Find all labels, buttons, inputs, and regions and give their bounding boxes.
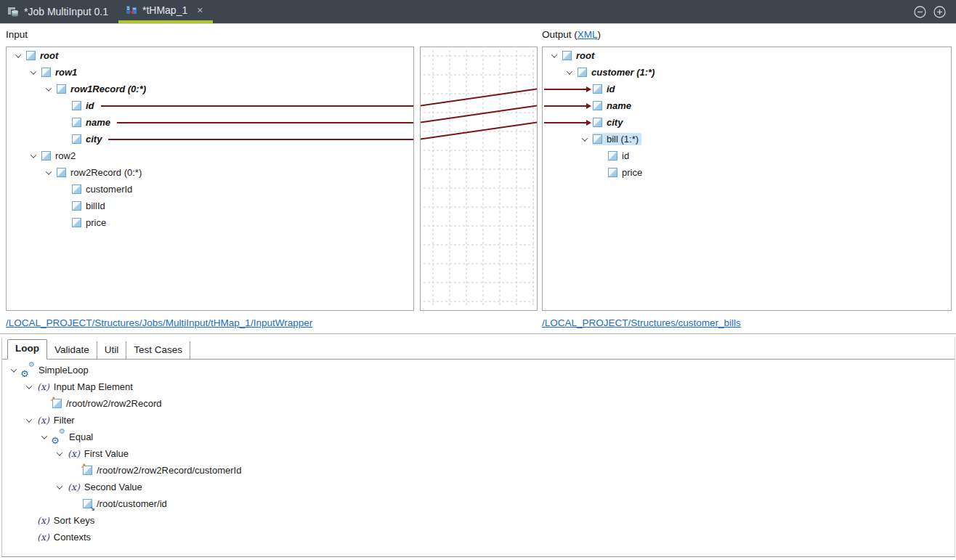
tree-item-label: price xyxy=(86,217,106,228)
element-icon xyxy=(57,84,66,94)
tree-item-label: name xyxy=(86,117,110,128)
expand-toggle[interactable] xyxy=(10,47,25,64)
function-icon: (x) xyxy=(37,415,49,426)
tree-item-price[interactable]: price xyxy=(7,214,413,231)
thmap-icon xyxy=(126,4,137,16)
tree-item-label: customer (1:*) xyxy=(591,67,655,78)
tree-item-first-value[interactable]: (x)First Value xyxy=(2,445,955,462)
tree-item-filter[interactable]: (x)Filter xyxy=(2,412,955,429)
chevron-down-icon xyxy=(10,366,16,372)
maximize-view-button[interactable] xyxy=(933,6,946,18)
toggle-spacer xyxy=(592,147,607,164)
element-icon: ↘ xyxy=(83,499,92,508)
tree-item-label: row2Record (0:*) xyxy=(70,167,142,178)
tree-item-second-value[interactable]: (x)Second Value xyxy=(2,479,955,495)
expand-toggle[interactable] xyxy=(6,362,21,378)
tree-item-row2record-0-[interactable]: row2Record (0:*) xyxy=(7,164,413,181)
chevron-down-icon xyxy=(56,483,62,489)
editor-tab-bar: *Job MultiInput 0.1 *tHMap_1 × xyxy=(0,0,956,24)
expand-toggle[interactable] xyxy=(41,164,56,181)
tab-validate[interactable]: Validate xyxy=(47,341,97,359)
tree-item-label: /root/customer/id xyxy=(97,498,167,509)
toggle-spacer xyxy=(21,529,36,545)
tree-item-name[interactable]: name xyxy=(543,97,951,114)
tree-item-label: city xyxy=(607,117,623,128)
element-icon xyxy=(72,134,81,144)
tree-item-simpleloop[interactable]: ⚙⚙SimpleLoop xyxy=(2,362,955,378)
mapping-line-segment xyxy=(117,122,413,123)
tree-item-root[interactable]: root xyxy=(7,47,413,64)
toggle-spacer xyxy=(36,395,52,412)
tree-item-root[interactable]: root xyxy=(543,47,951,64)
bottom-tab-strip: Loop Validate Util Test Cases xyxy=(2,338,955,360)
expand-toggle[interactable] xyxy=(52,479,67,495)
tree-item-name[interactable]: name xyxy=(7,114,413,131)
tree-item-price[interactable]: price xyxy=(543,164,951,181)
tree-item-customerid[interactable]: customerId xyxy=(7,181,413,198)
chevron-down-icon xyxy=(41,433,46,439)
mapping-connection-line xyxy=(421,89,537,106)
tree-item-label: Input Map Element xyxy=(54,381,133,392)
expand-toggle[interactable] xyxy=(21,378,36,395)
tree-item-label: row2 xyxy=(55,150,76,161)
tree-item-id[interactable]: id xyxy=(7,97,413,114)
close-icon[interactable]: × xyxy=(197,4,203,16)
tree-item-row1record-0-[interactable]: row1Record (0:*) xyxy=(7,81,413,97)
toggle-spacer xyxy=(21,512,36,529)
expand-toggle[interactable] xyxy=(546,47,562,64)
tree-item-sort-keys[interactable]: (x)Sort Keys xyxy=(2,512,955,529)
tree-item-label: price xyxy=(622,167,642,178)
tree-item-label: bill (1:*) xyxy=(607,134,639,145)
tree-item-customer-1-[interactable]: customer (1:*) xyxy=(543,64,951,81)
tree-item-label: SimpleLoop xyxy=(39,365,89,376)
toggle-spacer xyxy=(56,131,71,147)
tab-loop[interactable]: Loop xyxy=(7,339,47,360)
expand-toggle[interactable] xyxy=(25,147,41,164)
tree-item-city[interactable]: city xyxy=(543,114,951,131)
chevron-down-icon xyxy=(30,152,36,158)
loop-tree: ⚙⚙SimpleLoop(x)Input Map Element↗/root/r… xyxy=(2,360,955,545)
tree-item-city[interactable]: city xyxy=(7,131,413,147)
tree-item-input-map-element[interactable]: (x)Input Map Element xyxy=(2,378,955,395)
minimize-view-button[interactable] xyxy=(914,6,926,18)
tab-job-multiinput[interactable]: *Job MultiInput 0.1 xyxy=(0,0,118,23)
expand-toggle[interactable] xyxy=(21,412,36,429)
mapping-arrow xyxy=(544,89,587,90)
tree-item--root-row2-row2record-customerid[interactable]: ↗/root/row2/row2Record/customerId xyxy=(2,462,955,479)
element-icon xyxy=(41,151,51,161)
expand-toggle[interactable] xyxy=(52,445,67,462)
tree-item--root-row2-row2record[interactable]: ↗/root/row2/row2Record xyxy=(2,395,955,412)
tree-item-contexts[interactable]: (x)Contexts xyxy=(2,529,955,545)
tree-item-billid[interactable]: billId xyxy=(7,198,413,214)
tab-util[interactable]: Util xyxy=(97,341,127,359)
tree-item-row2[interactable]: row2 xyxy=(7,147,413,164)
expand-toggle[interactable] xyxy=(25,64,41,81)
element-icon xyxy=(72,218,81,227)
expand-toggle[interactable] xyxy=(577,131,592,147)
element-icon xyxy=(608,151,617,161)
splitter-sash[interactable] xyxy=(0,333,956,337)
mapping-connection-line xyxy=(421,106,537,123)
element-icon xyxy=(593,134,602,144)
element-icon xyxy=(26,51,36,60)
tree-item--root-customer-id[interactable]: ↘/root/customer/id xyxy=(2,495,955,512)
tree-item-row1[interactable]: row1 xyxy=(7,64,413,81)
mapping-arrow xyxy=(544,105,587,107)
tab-thmap[interactable]: *tHMap_1 × xyxy=(118,0,213,23)
xml-link[interactable]: XML xyxy=(578,29,598,40)
tree-item-id[interactable]: id xyxy=(543,147,951,164)
tree-item-bill-1-[interactable]: bill (1:*) xyxy=(543,131,951,147)
expand-toggle[interactable] xyxy=(36,429,52,445)
tab-test-cases[interactable]: Test Cases xyxy=(126,341,190,359)
input-structure-link[interactable]: /LOCAL_PROJECT/Structures/Jobs/MultiInpu… xyxy=(6,317,312,328)
expand-toggle[interactable] xyxy=(41,81,56,97)
chevron-down-icon xyxy=(581,135,587,141)
expand-toggle[interactable] xyxy=(562,64,577,81)
tree-item-id[interactable]: id xyxy=(543,81,951,97)
tree-item-label: billId xyxy=(86,200,105,211)
output-structure-link[interactable]: /LOCAL_PROJECT/Structures/customer_bills xyxy=(542,317,741,328)
chevron-down-icon xyxy=(45,85,51,91)
tree-item-equal[interactable]: ⚙⚙Equal xyxy=(2,429,955,445)
tree-item-label: name xyxy=(607,100,631,111)
toggle-spacer xyxy=(56,181,71,198)
